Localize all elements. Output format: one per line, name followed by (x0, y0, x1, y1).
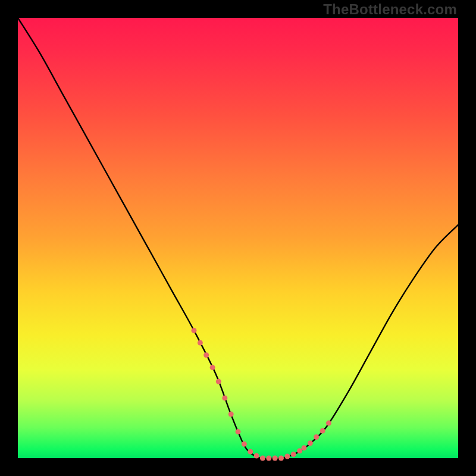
highlight-dot (273, 456, 278, 461)
highlight-dot (210, 365, 215, 370)
highlight-dot (198, 340, 203, 346)
highlight-dot (236, 429, 241, 434)
highlight-dot (266, 456, 271, 461)
highlight-dot (216, 379, 221, 384)
highlight-dot (222, 395, 227, 400)
bottleneck-curve (18, 18, 458, 459)
highlight-dot (228, 412, 234, 417)
highlight-dot (326, 421, 331, 426)
watermark-label: TheBottleneck.com (323, 1, 457, 18)
highlight-dot (284, 454, 290, 459)
highlight-dot (254, 453, 259, 459)
highlight-dots (192, 328, 331, 461)
highlight-dot (291, 452, 296, 457)
chart-frame: TheBottleneck.com (0, 0, 476, 476)
highlight-dot (297, 448, 302, 453)
plot-area (18, 18, 458, 458)
highlight-dot (320, 428, 325, 434)
curve-layer (18, 18, 458, 458)
highlight-dot (260, 456, 265, 461)
highlight-dot (192, 328, 197, 333)
highlight-dot (278, 456, 284, 461)
highlight-dot (248, 449, 253, 455)
highlight-dot (242, 441, 247, 447)
highlight-dot (314, 434, 319, 440)
highlight-dot (302, 445, 307, 450)
highlight-dot (203, 352, 209, 358)
highlight-dot (308, 440, 313, 446)
